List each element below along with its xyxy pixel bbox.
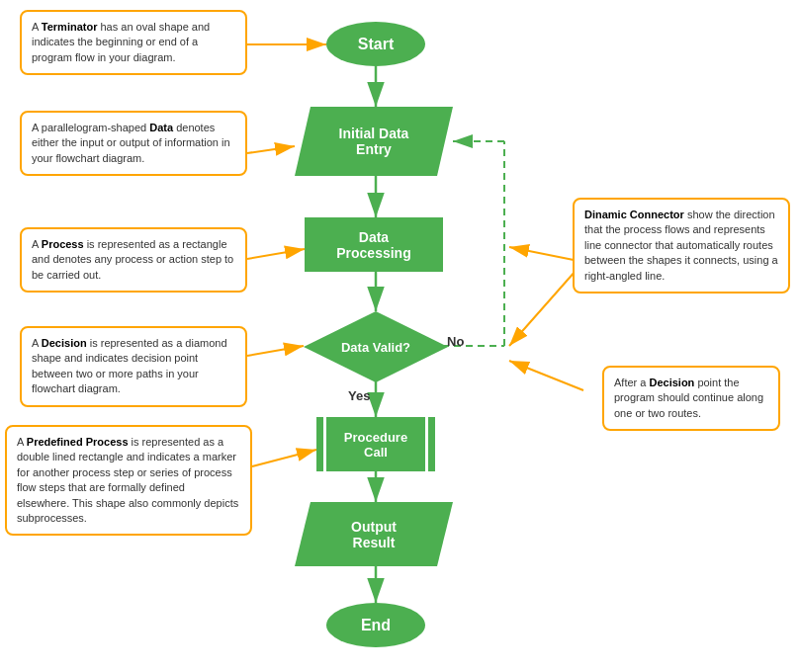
data-valid-shape: Data Valid? <box>304 311 448 382</box>
output-result-label: OutputResult <box>351 519 397 550</box>
end-shape: End <box>326 603 425 647</box>
callout-process-prefix: A <box>32 238 42 250</box>
yes-label: Yes <box>348 388 370 403</box>
flowchart-container: A Terminator has an oval shape and indic… <box>0 0 800 672</box>
callout-data: A parallelogram-shaped Data denotes eith… <box>20 111 247 176</box>
callout-decision-route: After a Decision point the program shoul… <box>602 366 780 431</box>
initial-data-label: Initial DataEntry <box>339 126 409 157</box>
start-shape: Start <box>326 22 425 66</box>
callout-decision-bold: Decision <box>42 337 87 349</box>
svg-line-14 <box>247 249 305 259</box>
no-label: No <box>447 334 464 349</box>
initial-data-shape: Initial DataEntry <box>295 107 453 176</box>
svg-line-13 <box>247 146 295 153</box>
svg-line-15 <box>247 346 304 356</box>
callout-predefined-prefix: A <box>17 436 27 448</box>
callout-data-prefix: A parallelogram-shaped <box>32 122 149 133</box>
data-processing-shape: DataProcessing <box>305 217 443 272</box>
end-label: End <box>361 617 391 634</box>
callout-decision-route-bold: Decision <box>649 377 694 388</box>
callout-predefined-bold: Predefined Process <box>27 436 129 448</box>
start-label: Start <box>358 36 394 53</box>
procedure-call-shape: ProcedureCall <box>316 417 435 471</box>
callout-decision: A Decision is represented as a diamond s… <box>20 326 247 407</box>
svg-line-19 <box>509 361 583 390</box>
callout-data-bold: Data <box>149 122 173 133</box>
callout-process: A Process is represented as a rectangle … <box>20 227 247 293</box>
callout-process-bold: Process <box>42 238 84 250</box>
output-result-shape: OutputResult <box>295 502 453 566</box>
callout-terminator-bold: Terminator <box>42 21 98 33</box>
data-valid-label: Data Valid? <box>341 340 410 355</box>
callout-connector-bold: Dinamic Connector <box>584 209 684 220</box>
data-valid-container: Data Valid? <box>304 311 448 382</box>
svg-line-16 <box>252 450 316 466</box>
callout-predefined: A Predefined Process is represented as a… <box>5 425 252 536</box>
callout-decision-prefix: A <box>32 337 42 349</box>
callout-predefined-text: is represented as a double lined rectang… <box>17 436 238 524</box>
callout-connector: Dinamic Connector show the direction tha… <box>573 198 790 294</box>
data-processing-label: DataProcessing <box>336 229 410 261</box>
procedure-call-label: ProcedureCall <box>344 430 407 460</box>
callout-terminator: A Terminator has an oval shape and indic… <box>20 10 247 75</box>
callout-decision-route-prefix: After a <box>614 377 649 388</box>
